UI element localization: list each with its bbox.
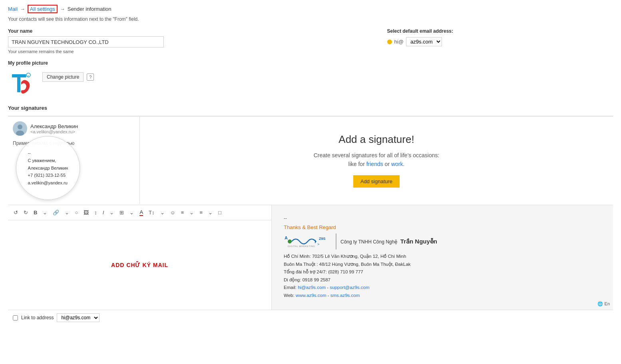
signature-panel: Александр Великин <a.velikin@yandex.ru> … (8, 116, 613, 204)
profile-logo-svg: R (10, 70, 34, 96)
subtitle-text: Your contacts will see this information … (8, 16, 613, 22)
company-logo-svg: Z9S DIGITAL MARKETING A > (284, 233, 332, 249)
editor-body[interactable]: ADD CHỮ KÝ MAIL (8, 220, 271, 310)
arrow2: → (60, 6, 65, 12)
editor-toolbar: ↺ ↻ B ⌄ 🔗 ⌄ ○ 🖼 ↕ I ⌄ ⊞ ⌄ A T↕ ⌄ ☺ ≡ ⌄ ≡ (8, 205, 271, 220)
font-color-button[interactable]: A (138, 208, 145, 217)
sig-details: Hồ Chí Minh: 702/5 Lê Văn Khương, Quận 1… (284, 253, 601, 299)
svg-text:DIGITAL MARKETING: DIGITAL MARKETING (288, 245, 315, 247)
profile-picture-section: My profile picture R Change picture ? (8, 60, 613, 97)
editor-section: ↺ ↻ B ⌄ 🔗 ⌄ ○ 🖼 ↕ I ⌄ ⊞ ⌄ A T↕ ⌄ ☺ ≡ ⌄ ≡ (8, 205, 613, 310)
list-button[interactable]: ≡ (179, 209, 186, 216)
editor-left-panel: ↺ ↻ B ⌄ 🔗 ⌄ ○ 🖼 ↕ I ⌄ ⊞ ⌄ A T↕ ⌄ ☺ ≡ ⌄ ≡ (8, 205, 272, 310)
email-radio[interactable] (387, 40, 392, 44)
italic-dropdown[interactable]: ⌄ (108, 209, 115, 216)
username-note: Your username remains the same (8, 49, 164, 54)
sig-avatar (13, 121, 27, 136)
add-sig-period: . (403, 161, 405, 167)
change-picture-button[interactable]: Change picture (42, 72, 84, 82)
redo-button[interactable]: ↻ (22, 209, 30, 216)
current-page: Sender information (68, 6, 111, 12)
align-dropdown[interactable]: ⌄ (207, 209, 214, 216)
svg-text:A: A (285, 235, 288, 240)
emoji-button[interactable]: ☺ (169, 209, 177, 216)
svg-text:Z9S: Z9S (319, 237, 326, 241)
signature-right-panel: Add a signature! Create several signatur… (140, 117, 613, 204)
footer-address-select[interactable]: hi@az9s.com (57, 313, 100, 322)
add-signature-desc1: Create several signatures for all of lif… (314, 152, 440, 158)
font-size-button[interactable]: T↕ (147, 209, 156, 216)
svg-text:>: > (317, 242, 319, 246)
sig-web: Web: www.az9s.com - sms.az9s.com (284, 292, 601, 300)
clear-button[interactable]: ○ (73, 209, 80, 216)
grid-dropdown[interactable]: ⌄ (128, 209, 135, 216)
sig-email-support[interactable]: support@az9s.com (330, 285, 369, 290)
list-dropdown[interactable]: ⌄ (188, 209, 195, 216)
profile-logo: R (8, 69, 36, 97)
mail-link[interactable]: Mail (8, 6, 18, 12)
sig-support: Tổng đài hỗ trợ 24/7: (028) 710 99 777 (284, 268, 601, 276)
sig-bmt: Buôn Ma Thuột : 48/12 Hùng Vương, Buôn M… (284, 261, 601, 269)
email-domain-select[interactable]: az9s.com (406, 37, 442, 46)
sig-magnify-overlay: -- С уважением, Александр Великин +7 (92… (16, 136, 80, 200)
name-input[interactable] (8, 36, 164, 47)
email-prefix: hi@ (394, 39, 404, 45)
sig-web-main[interactable]: www.az9s.com (296, 293, 326, 298)
email-section-label: Select default email address: (387, 28, 453, 34)
sig-web-sms[interactable]: sms.az9s.com (330, 293, 360, 298)
italic-button[interactable]: I (101, 209, 106, 216)
sig-email: Email: hi@az9s.com - support@az9s.com (284, 284, 601, 292)
sig-preview-panel: -- Thanks & Best Regard Z9S DIGITAL MARK… (280, 212, 605, 303)
lang-badge[interactable]: 🌐 En (597, 301, 610, 307)
undo-button[interactable]: ↺ (12, 209, 20, 216)
sig-mobile: Di động: 0918 99 2587 (284, 276, 601, 284)
signature-left-panel: Александр Великин <a.velikin@yandex.ru> … (8, 117, 140, 204)
footer-bar: Link to address hi@az9s.com (8, 310, 613, 325)
sig-user-name: Александр Великин (30, 123, 78, 129)
link-to-address-checkbox[interactable] (13, 315, 18, 320)
svg-point-3 (18, 125, 22, 129)
signatures-header: Your signatures (8, 105, 613, 111)
profile-picture-label: My profile picture (8, 60, 613, 66)
sig-email-hi[interactable]: hi@az9s.com (298, 285, 326, 290)
sig-user-row: Александр Великин <a.velikin@yandex.ru> (13, 121, 135, 136)
svg-marker-6 (315, 239, 316, 243)
add-sig-desc2-text: like for (348, 161, 366, 167)
sig-company-text: Công ty TNHH Công Nghệ (340, 239, 397, 245)
arrow1: → (20, 6, 25, 12)
add-signature-title: Add a signature! (338, 133, 414, 146)
link-button[interactable]: 🔗 (51, 209, 61, 216)
all-settings-link[interactable]: All settings (28, 5, 58, 13)
add-signature-desc2: like for friends or work. (348, 161, 405, 167)
sig-hcm: Hồ Chí Minh: 702/5 Lê Văn Khương, Quận 1… (284, 253, 601, 261)
bold-button[interactable]: B (32, 209, 39, 216)
svg-point-5 (288, 239, 292, 243)
grid-button[interactable]: ⊞ (118, 209, 125, 216)
add-sig-or: or (383, 161, 391, 167)
sig-vertical-divider (336, 233, 336, 249)
table-button[interactable]: ↕ (93, 209, 99, 216)
sig-thanks: Thanks & Best Regard (284, 224, 601, 230)
editor-right-panel: -- Thanks & Best Regard Z9S DIGITAL MARK… (272, 205, 613, 310)
signatures-section: Your signatures Александр Великин <a.v (8, 105, 613, 204)
sig-dash: -- (284, 216, 601, 221)
svg-text:R: R (28, 74, 30, 77)
format-clear-button[interactable]: □ (217, 209, 223, 216)
sig-company-name: Công ty TNHH Công Nghệ Trần Nguyễn (340, 238, 437, 245)
font-dropdown[interactable]: ⌄ (159, 209, 166, 216)
link-to-address-label: Link to address (21, 315, 54, 320)
add-signature-button[interactable]: Add signature (353, 175, 400, 188)
image-button[interactable]: 🖼 (82, 209, 90, 216)
help-icon[interactable]: ? (87, 73, 94, 81)
editor-placeholder-text: ADD CHỮ KÝ MAIL (111, 262, 168, 268)
breadcrumb: Mail → All settings → Sender information (8, 5, 613, 13)
sig-company-bold: Trần Nguyễn (400, 238, 437, 245)
friends-link[interactable]: friends (366, 161, 383, 167)
sig-company-row: Z9S DIGITAL MARKETING A > Công ty TNHH C… (284, 233, 601, 249)
align-button[interactable]: ≡ (198, 209, 204, 216)
bold-dropdown[interactable]: ⌄ (41, 209, 49, 216)
avatar-svg (13, 121, 27, 136)
sig-user-info: Александр Великин <a.velikin@yandex.ru> (30, 123, 78, 134)
link-dropdown[interactable]: ⌄ (63, 209, 71, 216)
work-link[interactable]: work (391, 161, 403, 167)
